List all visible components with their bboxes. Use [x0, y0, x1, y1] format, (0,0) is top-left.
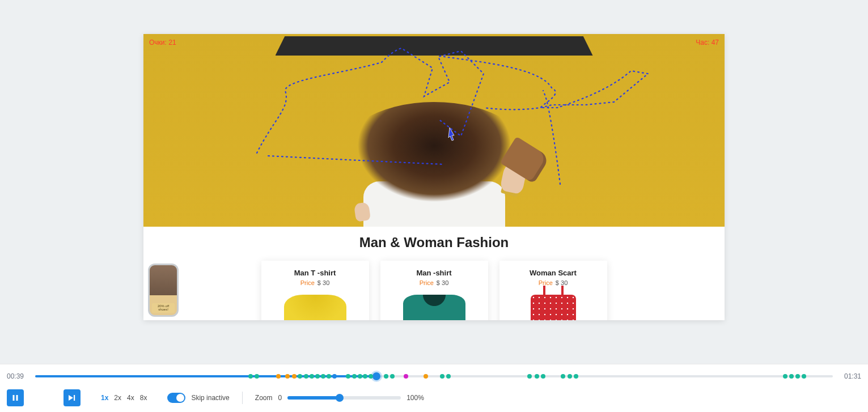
session-player: 00:39 01:31 1x2x4x8x Skip inactive Zoom … — [0, 364, 868, 412]
price-label: Price — [539, 279, 553, 286]
pause-button[interactable] — [7, 389, 24, 406]
speed-option-4x[interactable]: 4x — [127, 394, 134, 402]
product-title: Man -shirt — [386, 269, 482, 277]
timeline-event-dot[interactable] — [292, 374, 297, 379]
skip-inactive-toggle[interactable] — [167, 393, 185, 403]
timeline-event-dot[interactable] — [304, 374, 308, 379]
timeline-event-dot[interactable] — [527, 374, 532, 379]
skip-inactive-group: Skip inactive — [167, 393, 229, 403]
product-title: Woman Scart — [505, 269, 602, 277]
timeline-event-dot[interactable] — [363, 374, 367, 379]
speed-option-2x[interactable]: 2x — [114, 394, 121, 402]
thumb-badge: 20% off shoes! — [152, 303, 175, 313]
timeline-event-dot[interactable] — [332, 374, 337, 379]
timeline-event-dot[interactable] — [255, 374, 259, 379]
speed-selector: 1x2x4x8x — [101, 394, 147, 402]
timeline-event-dot[interactable] — [346, 374, 350, 379]
timeline-event-dot[interactable] — [369, 374, 373, 379]
recorded-page: Очки: 21 Час: 47 Man & Woman — [143, 34, 725, 320]
timeline-row: 00:39 01:31 — [7, 371, 861, 381]
session-viewport: Очки: 21 Час: 47 Man & Woman — [0, 0, 868, 351]
section-title: Man & Woman Fashion — [143, 235, 725, 250]
svg-marker-2 — [69, 395, 73, 401]
timeline-event-dot[interactable] — [358, 374, 362, 379]
timeline-event-dot[interactable] — [568, 374, 572, 379]
timeline-event-dot[interactable] — [541, 374, 545, 379]
speed-option-8x[interactable]: 8x — [140, 394, 147, 402]
svg-rect-1 — [16, 395, 18, 401]
timeline-event-dot[interactable] — [802, 374, 806, 379]
timeline-event-dot[interactable] — [535, 374, 539, 379]
speed-option-1x[interactable]: 1x — [101, 394, 108, 402]
skip-forward-button[interactable] — [63, 389, 81, 406]
timeline-event-dot[interactable] — [783, 374, 787, 379]
product-image — [531, 295, 576, 320]
device-preview-thumb[interactable]: 20% off shoes! — [148, 264, 179, 317]
timeline-event-dot[interactable] — [384, 374, 388, 379]
timeline-event-dot[interactable] — [321, 374, 325, 379]
hero-banner: Очки: 21 Час: 47 — [143, 34, 725, 227]
timeline-event-dot[interactable] — [310, 374, 314, 379]
svg-rect-0 — [13, 395, 15, 401]
product-image — [284, 295, 346, 320]
price-label: Price — [300, 279, 315, 286]
product-title: Man T -shirt — [267, 269, 363, 277]
timeline-event-dot[interactable] — [561, 374, 565, 379]
timeline-event-dot[interactable] — [248, 374, 253, 379]
svg-rect-3 — [74, 395, 75, 401]
product-image — [403, 295, 465, 320]
zoom-control: Zoom 0 100% — [255, 394, 424, 402]
timeline-event-dot[interactable] — [390, 374, 395, 379]
cursor-trail — [143, 34, 725, 227]
product-card[interactable]: Man -shirt Price $ 30 — [380, 261, 488, 320]
zoom-slider[interactable] — [287, 396, 401, 400]
skip-inactive-label: Skip inactive — [191, 394, 229, 402]
zoom-max: 100% — [407, 394, 424, 402]
timeline-event-dot[interactable] — [285, 374, 290, 379]
timeline-event-dot[interactable] — [298, 374, 302, 379]
zoom-label: Zoom — [255, 394, 273, 402]
price-label: Price — [420, 279, 434, 286]
total-time: 01:31 — [839, 372, 861, 380]
product-card[interactable]: Woman Scart Price $ 30 — [499, 261, 607, 320]
controls-row: 1x2x4x8x Skip inactive Zoom 0 100% — [7, 389, 861, 406]
timeline-event-dot[interactable] — [404, 374, 408, 379]
playhead[interactable] — [372, 372, 380, 380]
current-time: 00:39 — [7, 372, 29, 380]
timeline-event-dot[interactable] — [424, 374, 428, 379]
pause-icon — [12, 394, 19, 401]
timeline-event-dot[interactable] — [276, 374, 281, 379]
timeline-event-dot[interactable] — [574, 374, 578, 379]
price-value: $ 30 — [317, 279, 329, 286]
divider — [242, 392, 243, 404]
timeline-event-dot[interactable] — [795, 374, 800, 379]
zoom-min: 0 — [278, 394, 282, 402]
timeline[interactable] — [35, 371, 833, 381]
timeline-event-dot[interactable] — [327, 374, 331, 379]
timeline-event-dot[interactable] — [315, 374, 320, 379]
zoom-handle[interactable] — [336, 394, 344, 402]
product-row: Man T -shirt Price $ 30 Man -shirt Price… — [143, 257, 725, 320]
timeline-event-dot[interactable] — [789, 374, 794, 379]
price-value: $ 30 — [437, 279, 448, 286]
product-card[interactable]: Man T -shirt Price $ 30 — [261, 261, 369, 320]
timeline-event-dot[interactable] — [446, 374, 451, 379]
skip-forward-icon — [68, 394, 76, 401]
timeline-event-dot[interactable] — [440, 374, 444, 379]
timeline-event-dot[interactable] — [352, 374, 357, 379]
